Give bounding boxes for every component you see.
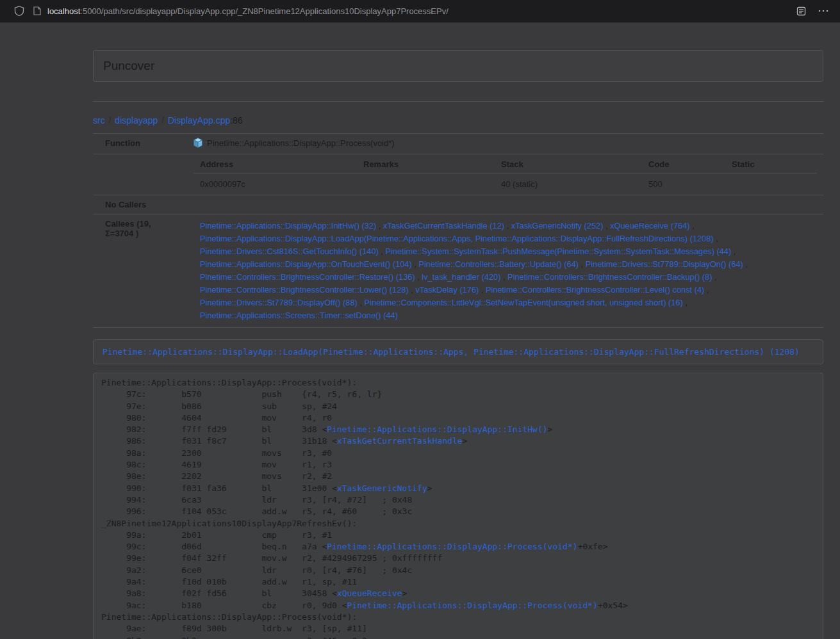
code-heading-panel: Pinetime::Applications::DisplayApp::Load… [93,339,823,364]
callee-link[interactable]: Pinetime::System::SystemTask::PushMessag… [385,247,731,256]
breadcrumb-separator: / [158,115,168,125]
stats-header: Code [642,154,725,174]
callee-link[interactable]: Pinetime::Drivers::St7789::DisplayOn() (… [586,259,743,269]
code-symbol-link[interactable]: Pinetime::Applications::DisplayApp::Proc… [327,542,577,551]
stats-row-label [93,154,186,195]
callees-label: Callees (19, Σ=3704 ) [93,214,186,328]
breadcrumb-link[interactable]: src [93,115,105,125]
stats-row: AddressRemarksStackCodeStatic0x0000097c4… [93,154,823,195]
toolbar-right-icons: ⋯ [796,5,830,17]
url-host: localhost [47,6,80,16]
stats-header: Address [194,154,357,174]
breadcrumb: src / displayapp / DisplayApp.cpp:86 [93,115,823,125]
code-symbol-link[interactable]: xTaskGetCurrentTaskHandle [337,436,463,446]
reader-view-icon[interactable] [796,6,806,16]
shield-icon[interactable] [14,6,24,16]
callee-link[interactable]: Pinetime::Controllers::BrightnessControl… [200,272,415,282]
no-callers-cell [186,195,823,214]
stats-value: 0x0000097c [194,174,357,195]
stats-values-row: 0x0000097c40 (static)500 [194,174,817,195]
code-symbol-link[interactable]: xTaskGenericNotify [337,483,427,493]
code-symbol-link[interactable]: Pinetime::Applications::DisplayApp::Init… [327,425,547,434]
url-text: localhost:5000/path/src/displayapp/Displ… [47,6,449,16]
stats-value: 500 [642,174,725,195]
stats-header: Remarks [357,154,495,174]
page-icon [33,6,41,15]
callee-link[interactable]: Pinetime::Drivers::Cst816S::GetTouchInfo… [200,247,379,256]
callee-link[interactable]: Pinetime::Drivers::St7789::DisplayOff() … [200,298,358,307]
function-row: Function Pinetime::Applications::Display… [93,134,823,154]
callee-link[interactable]: Pinetime::Applications::DisplayApp::Init… [200,221,376,231]
disassembly-code: Pinetime::Applications::DisplayApp::Proc… [101,377,815,639]
callees-row: Callees (19, Σ=3704 ) Pinetime::Applicat… [93,214,823,328]
callee-link[interactable]: Pinetime::Applications::DisplayApp::Load… [200,234,714,243]
callee-link[interactable]: Pinetime::Controllers::Battery::Update()… [418,259,579,269]
stats-value [725,174,817,195]
callee-link[interactable]: Pinetime::Applications::DisplayApp::OnTo… [200,259,412,269]
stats-value: 40 (static) [495,174,642,195]
disassembly-panel: Pinetime::Applications::DisplayApp::Proc… [93,373,823,639]
callee-link[interactable]: Pinetime::Controllers::BrightnessControl… [507,272,712,282]
code-symbol-link[interactable]: Pinetime::Applications::DisplayApp::Proc… [347,601,598,610]
callees-list: Pinetime::Applications::DisplayApp::Init… [194,218,817,323]
breadcrumb-link[interactable]: displayapp [115,115,158,125]
callee-link[interactable]: Pinetime::Components::LittleVgl::SetNewT… [365,298,683,307]
breadcrumb-line-number: :86 [230,115,242,125]
callee-link[interactable]: xQueueReceive (764) [610,221,689,231]
browser-toolbar: localhost:5000/path/src/displayapp/Displ… [0,0,840,22]
symbol-table: Function Pinetime::Applications::Display… [93,133,823,328]
overflow-menu-icon[interactable]: ⋯ [818,5,830,17]
callee-link[interactable]: Pinetime::Applications::Screens::Timer::… [200,311,398,320]
callee-link[interactable]: lv_task_handler (420) [422,272,500,282]
stats-cell: AddressRemarksStackCodeStatic0x0000097c4… [186,154,823,195]
callee-link[interactable]: Pinetime::Controllers::BrightnessControl… [200,285,409,295]
function-symbol-cell: Pinetime::Applications::DisplayApp::Proc… [186,134,823,154]
breadcrumb-link[interactable]: DisplayApp.cpp [168,115,230,125]
callee-link[interactable]: xTaskGenericNotify (252) [511,221,604,231]
callees-cell: Pinetime::Applications::DisplayApp::Init… [186,214,823,328]
url-bar[interactable]: localhost:5000/path/src/displayapp/Displ… [33,2,789,20]
app-title[interactable]: Puncover [103,59,154,72]
code-symbol-link[interactable]: xQueueReceive [337,588,402,598]
function-symbol-icon [194,138,202,150]
breadcrumb-separator: / [105,115,115,125]
url-path: :5000/path/src/displayapp/DisplayApp.cpp… [80,6,449,16]
stats-value [357,174,495,195]
brand-panel: Puncover [93,50,823,82]
no-callers-label: No Callers [93,195,186,214]
stats-header: Static [725,154,817,174]
function-row-label: Function [93,134,186,154]
code-heading-link[interactable]: Pinetime::Applications::DisplayApp::Load… [103,347,800,357]
section-divider [93,101,823,102]
stats-header: Stack [495,154,642,174]
callee-link[interactable]: Pinetime::Controllers::BrightnessControl… [486,285,704,295]
stats-header-row: AddressRemarksStackCodeStatic [194,154,817,174]
callee-link[interactable]: vTaskDelay (176) [415,285,479,295]
callee-link[interactable]: xTaskGetCurrentTaskHandle (12) [383,221,504,231]
function-symbol-name: Pinetime::Applications::DisplayApp::Proc… [207,138,395,148]
no-callers-row: No Callers [93,195,823,214]
stats-table: AddressRemarksStackCodeStatic0x0000097c4… [194,154,817,195]
page-container: Puncover src / displayapp / DisplayApp.c… [93,50,823,639]
